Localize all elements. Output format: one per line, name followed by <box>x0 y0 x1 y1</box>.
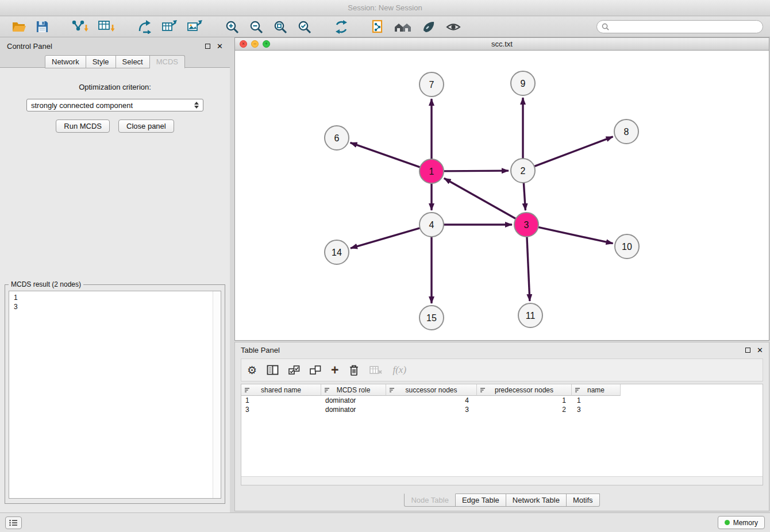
export-table-icon <box>161 20 178 34</box>
zoom-fit-button[interactable] <box>271 18 290 36</box>
export-image-icon <box>187 20 203 34</box>
mcds-result-text[interactable]: 1 3 <box>9 291 221 499</box>
function-builder-button[interactable]: f(x) <box>392 364 406 376</box>
graph-edge-2-8[interactable] <box>534 137 613 167</box>
window-zoom-button[interactable]: + <box>263 40 270 48</box>
table-row[interactable]: 3 dominator 3 2 3 <box>241 405 763 414</box>
save-session-button[interactable] <box>33 18 51 36</box>
create-column-button[interactable]: + <box>331 364 338 377</box>
graph-edge-1-6[interactable] <box>351 142 421 167</box>
graph-node-2[interactable]: 2 <box>511 159 535 183</box>
copy-network-icon <box>371 20 384 34</box>
graph-node-14[interactable]: 14 <box>325 240 349 264</box>
graph-node-3[interactable]: 3 <box>514 213 538 237</box>
svg-text:15: 15 <box>426 313 437 323</box>
network-view-title: scc.txt <box>491 40 513 48</box>
delete-column-button[interactable] <box>348 364 360 376</box>
tab-network-table[interactable]: Network Table <box>506 494 567 507</box>
table-settings-button[interactable]: ⚙ <box>247 365 257 376</box>
window-minimize-button[interactable]: − <box>251 40 259 48</box>
tab-motifs[interactable]: Motifs <box>567 494 600 507</box>
svg-text:11: 11 <box>526 311 536 321</box>
window-close-button[interactable]: × <box>240 40 247 48</box>
table-row[interactable]: 1 dominator 4 1 1 <box>241 396 763 405</box>
graph-node-7[interactable]: 7 <box>419 72 444 97</box>
column-sort-icon <box>575 387 580 393</box>
column-header-shared-name[interactable]: shared name <box>241 384 321 396</box>
export-image-button[interactable] <box>184 18 205 36</box>
close-table-panel-icon[interactable]: ✕ <box>757 346 763 354</box>
graph-node-9[interactable]: 9 <box>511 71 535 95</box>
network-view-titlebar[interactable]: × − + scc.txt <box>235 38 769 51</box>
graph-node-8[interactable]: 8 <box>614 119 638 144</box>
tab-style[interactable]: Style <box>86 55 116 68</box>
status-bar: Memory <box>0 512 770 532</box>
float-table-panel-icon[interactable] <box>745 348 750 353</box>
tab-select[interactable]: Select <box>116 55 150 68</box>
import-table-icon <box>98 20 116 34</box>
column-sort-icon <box>244 387 250 393</box>
export-table-button[interactable] <box>159 18 180 36</box>
float-panel-icon[interactable] <box>205 44 210 49</box>
network-canvas[interactable]: 7968124314101511 <box>235 51 769 340</box>
show-columns-button[interactable] <box>267 365 279 375</box>
column-header-predecessor-nodes[interactable]: predecessor nodes <box>477 384 572 396</box>
apply-layout-button[interactable] <box>332 18 351 36</box>
result-line: 3 <box>14 302 210 311</box>
svg-text:4: 4 <box>429 220 434 230</box>
graph-edge-2-3[interactable] <box>523 183 525 210</box>
select-all-columns-button[interactable] <box>288 365 300 375</box>
table-panel-title: Table Panel <box>241 346 280 354</box>
zoom-in-button[interactable] <box>222 18 242 36</box>
memory-status-dot <box>725 520 730 525</box>
eye-icon <box>445 20 461 34</box>
search-box[interactable] <box>596 20 763 33</box>
graph-edge-3-11[interactable] <box>527 237 530 301</box>
column-header-name[interactable]: name <box>572 384 621 396</box>
graph-edge-1-2[interactable] <box>444 171 509 171</box>
export-network-button[interactable] <box>135 18 155 36</box>
select-all-icon <box>288 365 300 375</box>
close-panel-button[interactable]: Close panel <box>118 119 174 133</box>
graph-edge-3-10[interactable] <box>538 227 613 243</box>
zoom-out-button[interactable] <box>247 18 266 36</box>
svg-text:1: 1 <box>429 167 434 176</box>
graph-edge-4-14[interactable] <box>351 228 420 248</box>
first-neighbors-button[interactable] <box>391 18 414 36</box>
memory-button[interactable]: Memory <box>718 516 765 529</box>
refresh-icon <box>334 20 349 34</box>
open-session-button[interactable] <box>9 18 29 36</box>
graph-node-1[interactable]: 1 <box>419 159 444 183</box>
run-mcds-button[interactable]: Run MCDS <box>56 119 110 133</box>
svg-text:8: 8 <box>624 127 629 137</box>
tab-edge-table[interactable]: Edge Table <box>456 494 506 507</box>
style-paint-button[interactable] <box>419 18 438 36</box>
table-horizontal-scrollbar[interactable] <box>241 476 763 485</box>
graph-node-15[interactable]: 15 <box>419 306 444 330</box>
tab-mcds[interactable]: MCDS <box>150 55 185 68</box>
delete-table-button[interactable] <box>369 365 383 375</box>
graphics-details-button[interactable] <box>443 18 464 36</box>
graph-node-11[interactable]: 11 <box>518 303 542 327</box>
graph-edge-3-1[interactable] <box>444 178 516 218</box>
tab-node-table[interactable]: Node Table <box>404 494 456 507</box>
search-input[interactable] <box>612 22 758 32</box>
zoom-selected-button[interactable] <box>295 18 314 36</box>
table-panel: Table Panel ✕ ⚙ <box>234 342 769 511</box>
graph-node-4[interactable]: 4 <box>419 213 444 237</box>
save-icon <box>36 20 49 33</box>
column-header-successor-nodes[interactable]: successor nodes <box>386 384 477 396</box>
deselect-all-columns-button[interactable] <box>310 365 321 375</box>
column-header-mcds-role[interactable]: MCDS role <box>321 384 386 396</box>
graph-node-10[interactable]: 10 <box>615 234 639 259</box>
graph-node-6[interactable]: 6 <box>325 126 349 150</box>
close-panel-icon[interactable]: ✕ <box>217 43 223 50</box>
paint-brush-icon <box>421 20 436 34</box>
copy-network-button[interactable] <box>368 18 387 36</box>
tab-network[interactable]: Network <box>45 55 86 68</box>
import-network-button[interactable] <box>68 18 91 36</box>
optimization-criterion-select[interactable]: strongly connected component <box>26 99 203 111</box>
import-table-button[interactable] <box>95 18 118 36</box>
result-scrollbar[interactable] <box>213 291 221 498</box>
task-history-button[interactable] <box>5 516 22 529</box>
